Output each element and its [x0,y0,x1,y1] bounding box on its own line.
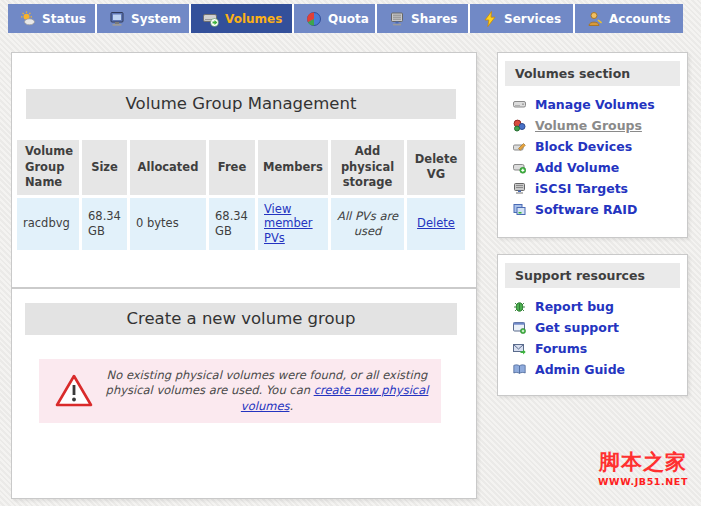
sidebar-item-iscsi-targets[interactable]: iSCSI Targets [498,178,687,199]
watermark-logo-text: 脚本之家 [596,451,690,474]
system-icon [109,11,125,27]
tab-services[interactable]: Services [468,4,573,33]
sidebar-item-label: Get support [535,320,619,335]
services-icon [482,11,498,27]
warning-box: No existing physical volumes were found,… [39,359,441,423]
volumes-section-panel: Volumes section Manage Volumes Volume Gr… [497,52,688,238]
cell-size: 68.34 GB [82,198,127,251]
sidebar-item-label: Forums [535,341,587,356]
forums-icon [513,342,526,355]
quota-icon [306,11,322,27]
tab-shares-label: Shares [411,12,457,26]
cell-vg-name: racdbvg [17,198,79,251]
delete-vg-link[interactable]: Delete [417,216,455,230]
sidebar-item-forums[interactable]: Forums [498,338,687,359]
watermark-url: WWW.JB51.NET [596,476,690,487]
top-navbar: Status System Volumes Quota Shares Servi… [8,4,683,33]
cell-add-physical: All PVs are used [331,198,404,251]
tab-services-label: Services [504,12,561,26]
tab-volumes-label: Volumes [225,12,282,26]
sidebar-item-block-devices[interactable]: Block Devices [498,136,687,157]
section-divider [12,287,476,289]
sidebar-item-label: Add Volume [535,160,619,175]
tab-status-label: Status [42,12,86,26]
header-allocated: Allocated [130,140,206,195]
volume-groups-icon [513,119,526,132]
table-header-row: Volume Group Name Size Allocated Free Me… [17,140,465,195]
header-members: Members [258,140,328,195]
iscsi-targets-icon [513,182,526,195]
bug-icon [513,300,526,313]
sidebar-item-add-volume[interactable]: Add Volume [498,157,687,178]
add-volume-icon [513,161,526,174]
software-raid-icon [513,203,526,216]
sidebar-item-label: Manage Volumes [535,97,655,112]
cell-allocated: 0 bytes [130,198,206,251]
header-delete-vg: Delete VG [407,140,465,195]
warning-text-after: . [289,399,293,413]
get-support-icon [513,321,526,334]
drive-icon [513,98,526,111]
accounts-icon [587,11,603,27]
support-resources-panel: Support resources Report bug Get support… [497,254,688,396]
tab-quota-label: Quota [328,12,369,26]
tab-system[interactable]: System [95,4,189,33]
warning-triangle-icon [55,374,93,408]
sidebar-item-label: Volume Groups [535,118,642,133]
cell-members: View member PVs [258,198,328,251]
view-member-pvs-link[interactable]: View member PVs [264,202,313,246]
block-devices-icon [513,140,526,153]
sidebar-item-label: Block Devices [535,139,632,154]
volumes-section-header: Volumes section [505,61,680,86]
header-add-physical-storage: Add physical storage [331,140,404,195]
sidebar-item-admin-guide[interactable]: Admin Guide [498,359,687,380]
admin-guide-icon [513,363,526,376]
tab-accounts-label: Accounts [609,12,671,26]
tab-shares[interactable]: Shares [375,4,468,33]
watermark: 脚本之家 WWW.JB51.NET [596,451,690,487]
sidebar-item-report-bug[interactable]: Report bug [498,296,687,317]
sidebar-item-label: iSCSI Targets [535,181,628,196]
sidebar-item-get-support[interactable]: Get support [498,317,687,338]
status-icon [20,11,36,27]
cell-delete: Delete [407,198,465,251]
table-row: racdbvg 68.34 GB 0 bytes 68.34 GB View m… [17,198,465,251]
tab-volumes[interactable]: Volumes [189,4,292,33]
tab-status[interactable]: Status [8,4,95,33]
header-size: Size [82,140,127,195]
tab-accounts[interactable]: Accounts [573,4,683,33]
shares-icon [389,11,405,27]
volumes-icon [203,11,219,27]
sidebar-item-software-raid[interactable]: Software RAID [498,199,687,220]
header-volume-group-name: Volume Group Name [17,140,79,195]
sidebar-item-label: Report bug [535,299,614,314]
sidebar-item-manage-volumes[interactable]: Manage Volumes [498,94,687,115]
volume-groups-table: Volume Group Name Size Allocated Free Me… [14,137,468,253]
header-free: Free [209,140,255,195]
sidebar-item-volume-groups[interactable]: Volume Groups [498,115,687,136]
cell-free: 68.34 GB [209,198,255,251]
create-volume-group-title: Create a new volume group [25,303,457,335]
volume-group-management-title: Volume Group Management [26,89,456,119]
tab-system-label: System [131,12,181,26]
page: { "colors": { "nav_bg": "#7189C6", "nav_… [0,0,701,506]
main-content-panel: Volume Group Management Volume Group Nam… [11,52,477,499]
sidebar-item-label: Software RAID [535,202,637,217]
sidebar-item-label: Admin Guide [535,362,625,377]
support-resources-header: Support resources [505,263,680,288]
warning-message: No existing physical volumes were found,… [105,368,441,415]
tab-quota[interactable]: Quota [292,4,375,33]
